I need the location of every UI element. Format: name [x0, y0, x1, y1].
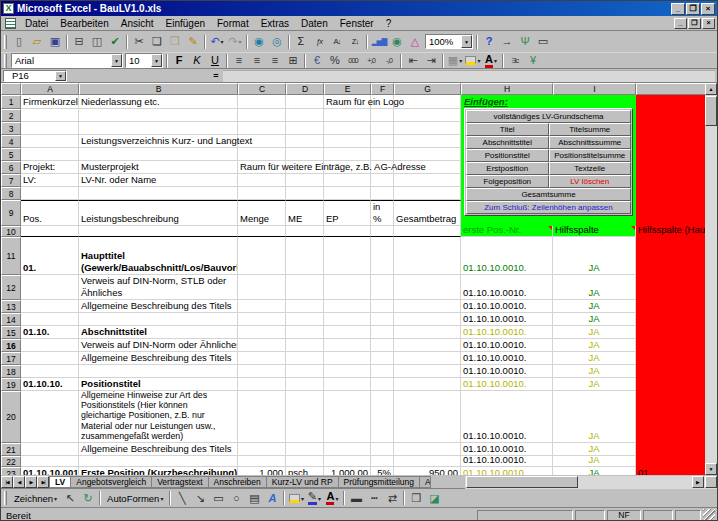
- cell[interactable]: [371, 443, 394, 456]
- column-header-f[interactable]: F: [371, 83, 394, 95]
- cell[interactable]: Niederlassung etc.: [79, 95, 238, 109]
- row-header-12[interactable]: 12: [1, 275, 21, 300]
- draw-fill-color-button[interactable]: ▾: [287, 490, 305, 507]
- cell[interactable]: Pos.: [21, 200, 79, 226]
- insert-positionstitelsumme-button[interactable]: Positionstitelsumme: [549, 149, 632, 162]
- cell[interactable]: JA: [553, 467, 636, 475]
- custom-arrow-button[interactable]: →: [498, 33, 516, 50]
- cell[interactable]: [636, 161, 707, 174]
- redo-button[interactable]: ↷▾: [226, 33, 244, 50]
- cell[interactable]: Firmenkürzel: [21, 95, 79, 109]
- cell[interactable]: [371, 313, 394, 326]
- cell[interactable]: [238, 226, 286, 237]
- cell[interactable]: JA: [553, 365, 636, 378]
- cell[interactable]: 01.10.10.0010.: [461, 237, 553, 275]
- cell[interactable]: 1.000,00: [324, 467, 371, 475]
- undo-button-dropdown-icon[interactable]: ▾: [221, 38, 224, 45]
- arrow-button[interactable]: ↘: [191, 490, 209, 507]
- cell[interactable]: [21, 391, 79, 443]
- currency-style-button[interactable]: €: [308, 54, 326, 68]
- cell[interactable]: 01.10.10.0010.: [461, 365, 553, 378]
- cell[interactable]: [286, 456, 324, 467]
- row-header-15[interactable]: 15: [1, 326, 21, 339]
- cell[interactable]: Raum für ein Logo: [324, 95, 371, 109]
- cell[interactable]: Raum für weitere Einträge, z.B. AG-Adres…: [238, 161, 286, 174]
- cell[interactable]: [394, 300, 461, 313]
- cell[interactable]: [324, 456, 371, 467]
- cell[interactable]: [21, 365, 79, 378]
- cell[interactable]: [636, 135, 707, 148]
- cell[interactable]: [371, 187, 394, 200]
- custom-rect-button[interactable]: ▭: [534, 33, 552, 50]
- cell[interactable]: JA: [553, 378, 636, 391]
- cell[interactable]: [324, 122, 371, 135]
- cell[interactable]: [324, 174, 371, 187]
- cell[interactable]: [636, 313, 707, 326]
- office-assistant-button[interactable]: ?: [480, 33, 498, 50]
- cell[interactable]: 950,00: [394, 467, 461, 475]
- cell[interactable]: [394, 226, 461, 237]
- cell[interactable]: [79, 456, 238, 467]
- column-header-a[interactable]: A: [21, 83, 79, 95]
- cell[interactable]: [21, 300, 79, 313]
- prev-sheet-button[interactable]: ◀: [13, 476, 25, 488]
- cell[interactable]: [394, 326, 461, 339]
- cell[interactable]: [324, 378, 371, 391]
- rectangle-button[interactable]: ▭: [209, 490, 227, 507]
- cell[interactable]: 01.10.10.0010: [21, 467, 79, 475]
- cell[interactable]: 01.10.10.0010.: [461, 443, 553, 456]
- cell[interactable]: [371, 275, 394, 300]
- font-name-combo[interactable]: Arial▼: [11, 53, 123, 68]
- row-header-21[interactable]: 21: [1, 443, 21, 456]
- cell[interactable]: [394, 135, 461, 148]
- cell[interactable]: [324, 326, 371, 339]
- align-right-button[interactable]: ≡: [266, 54, 284, 68]
- font-color-button-dropdown-icon[interactable]: ▾: [494, 57, 497, 64]
- cell[interactable]: [636, 365, 707, 378]
- column-header-d[interactable]: D: [286, 83, 324, 95]
- menu-daten[interactable]: Daten: [295, 17, 334, 30]
- row-header-19[interactable]: 19: [1, 378, 21, 391]
- font-color-button[interactable]: A▾: [482, 54, 500, 68]
- cell[interactable]: 01.10.10.0010.: [461, 300, 553, 313]
- cell[interactable]: JA: [553, 339, 636, 352]
- cell[interactable]: [636, 378, 707, 391]
- cell[interactable]: Hilfsspalte: [553, 226, 636, 237]
- cell[interactable]: [394, 443, 461, 456]
- cell[interactable]: 01.: [21, 237, 79, 275]
- cell[interactable]: [21, 109, 79, 122]
- sort-descending-button[interactable]: Z↓: [346, 33, 364, 50]
- cell[interactable]: [394, 148, 461, 161]
- name-box-dropdown-icon[interactable]: ▼: [55, 71, 66, 81]
- line-style-button[interactable]: ▬: [347, 490, 365, 507]
- cell[interactable]: [79, 109, 238, 122]
- row-header-10[interactable]: 10: [1, 226, 21, 237]
- menu-extras[interactable]: Extras: [255, 17, 295, 30]
- workbook-close-button[interactable]: ×: [702, 18, 715, 29]
- cell[interactable]: [636, 391, 707, 443]
- cell[interactable]: [79, 226, 238, 237]
- cell[interactable]: [79, 148, 238, 161]
- cell[interactable]: JA: [553, 237, 636, 275]
- copy-button[interactable]: ❏: [148, 33, 166, 50]
- toolbar-grip[interactable]: [4, 35, 7, 49]
- zeichnen-menu[interactable]: Zeichnen▾: [10, 490, 61, 507]
- cell[interactable]: [324, 109, 371, 122]
- cell[interactable]: Hilfsspalte (Haupt: [636, 226, 707, 237]
- scroll-up-icon[interactable]: ▲: [705, 83, 717, 95]
- cell[interactable]: [286, 339, 324, 352]
- column-header-j[interactable]: [636, 83, 707, 95]
- cell[interactable]: [238, 275, 286, 300]
- cell[interactable]: [79, 365, 238, 378]
- arrow-style-button[interactable]: ⇄: [383, 490, 401, 507]
- cell[interactable]: [286, 187, 324, 200]
- cell[interactable]: [371, 391, 394, 443]
- toolbar-grip[interactable]: [4, 491, 7, 505]
- fill-color-button-dropdown-icon[interactable]: ▾: [477, 57, 480, 64]
- new-document-button[interactable]: ▯: [10, 33, 28, 50]
- cell[interactable]: LV:: [21, 174, 79, 187]
- row-header-3[interactable]: 3: [1, 122, 21, 135]
- cell[interactable]: Allgemeine Beschreibung des Titels: [79, 300, 238, 313]
- cell[interactable]: [394, 109, 461, 122]
- cell[interactable]: [286, 391, 324, 443]
